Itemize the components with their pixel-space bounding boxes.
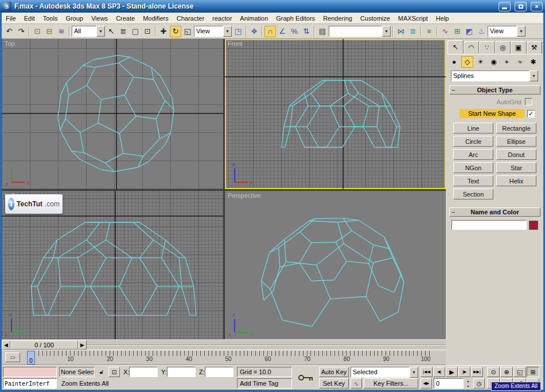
shape-line-button[interactable]: Line xyxy=(453,123,493,134)
go-to-end-button[interactable]: ▶▶| xyxy=(471,367,483,377)
select-and-rotate-button[interactable]: ↻ xyxy=(170,26,181,37)
current-frame-input[interactable] xyxy=(434,378,464,389)
spinner-down-icon[interactable]: ▼ xyxy=(467,383,470,389)
shape-helix-button[interactable]: Helix xyxy=(496,175,536,186)
shape-section-button[interactable]: Section xyxy=(453,189,493,199)
object-color-swatch[interactable] xyxy=(529,221,538,230)
redo-button[interactable]: ↷ xyxy=(15,26,27,37)
object-name-input[interactable] xyxy=(451,220,527,230)
use-pivot-point-center-button[interactable]: ◳ xyxy=(232,26,244,37)
menu-create[interactable]: Create xyxy=(112,13,139,23)
subcategory-lights-button[interactable]: ☀ xyxy=(474,56,486,68)
viewport-label-perspective[interactable]: Perspective xyxy=(228,192,260,199)
track-bar-ruler[interactable]: ▭ 0 0102030405060708090100 xyxy=(2,350,446,365)
tab-motion[interactable]: ◎ xyxy=(495,41,511,54)
time-slider-thumb[interactable]: 0 / 100 xyxy=(10,340,78,350)
bind-to-space-warp-button[interactable]: ≋ xyxy=(56,26,67,37)
menu-reactor[interactable]: reactor xyxy=(208,13,236,23)
subcategory-geometry-button[interactable]: ● xyxy=(448,56,460,68)
unlink-selection-button[interactable]: ⊟ xyxy=(44,26,55,37)
viewport-front[interactable]: Frontzx xyxy=(225,39,446,189)
menu-maxscript[interactable]: MAXScript xyxy=(394,13,432,23)
chevron-down-icon[interactable]: ▼ xyxy=(223,26,232,37)
select-and-manipulate-button[interactable]: ❖ xyxy=(248,26,260,37)
name-color-rollout-header[interactable]: − Name and Color xyxy=(449,207,540,217)
percent-snap-toggle-button[interactable]: % xyxy=(289,26,300,37)
viewport-label-top[interactable]: Top xyxy=(5,40,15,47)
spline-category-dropdown[interactable]: Splines ▼ xyxy=(451,70,538,81)
start-new-shape-checkbox[interactable]: ✓ xyxy=(527,110,535,117)
layer-manager-button[interactable]: ≡ xyxy=(423,26,435,37)
select-and-move-button[interactable]: ✚ xyxy=(158,26,169,37)
menu-character[interactable]: Character xyxy=(173,13,208,23)
select-object-button[interactable]: ↖ xyxy=(106,26,117,37)
tab-modify[interactable]: ◠ xyxy=(464,41,480,54)
menu-views[interactable]: Views xyxy=(87,13,112,23)
key-step-toggle[interactable]: ◀▶ xyxy=(421,378,432,389)
shape-donut-button[interactable]: Donut xyxy=(496,149,536,160)
restore-button[interactable] xyxy=(515,2,527,11)
render-scene-button[interactable]: ♨ xyxy=(476,26,487,37)
minimize-button[interactable] xyxy=(499,2,511,11)
menu-customize[interactable]: Customize xyxy=(356,13,394,23)
previous-frame-button[interactable]: ◀| xyxy=(433,367,445,377)
tab-display[interactable]: ▣ xyxy=(511,41,527,54)
subcategory-shapes-button[interactable]: ◇ xyxy=(461,56,473,68)
viewport-left[interactable]: LeftzxTTechTut.com xyxy=(2,191,223,339)
select-by-name-button[interactable]: ≣ xyxy=(118,26,129,37)
absolute-offset-toggle[interactable]: ⊡ xyxy=(108,367,120,377)
material-editor-button[interactable]: ◩ xyxy=(464,26,475,37)
mirror-button[interactable]: ⋈ xyxy=(395,26,407,37)
y-coordinate-input[interactable] xyxy=(167,367,196,377)
shape-ngon-button[interactable]: NGon xyxy=(453,162,493,173)
time-slider-next-button[interactable]: ▶ xyxy=(78,340,87,350)
chevron-down-icon[interactable]: ▼ xyxy=(410,367,418,378)
time-slider-prev-button[interactable]: ◀ xyxy=(2,340,10,350)
shape-rectangle-button[interactable]: Rectangle xyxy=(496,123,536,134)
menu-edit[interactable]: Edit xyxy=(20,13,39,23)
key-filters-button[interactable]: Key Filters... xyxy=(364,378,418,389)
zoom-button[interactable]: ⊙ xyxy=(487,367,500,377)
subcategory-helpers-button[interactable]: ⌖ xyxy=(501,56,513,68)
zoom-extents-button[interactable]: ◱ xyxy=(513,367,526,377)
autogrid-checkbox[interactable] xyxy=(525,98,532,105)
menu-modifiers[interactable]: Modifiers xyxy=(139,13,173,23)
start-new-shape-button[interactable]: Start New Shape xyxy=(460,109,524,118)
select-and-link-button[interactable]: ⊡ xyxy=(32,26,43,37)
selection-lock-button[interactable]: 🔓︎ xyxy=(96,367,107,377)
subcategory-space-warps-button[interactable]: ≈ xyxy=(514,56,526,68)
zoom-extents-all-button[interactable]: ⊞ xyxy=(527,367,539,377)
shape-text-button[interactable]: Text xyxy=(453,175,493,186)
tab-create[interactable]: ↖ xyxy=(447,40,464,54)
current-frame-field[interactable] xyxy=(434,379,463,388)
x-coordinate-field[interactable] xyxy=(130,367,157,377)
next-frame-button[interactable]: |▶ xyxy=(458,367,470,377)
mini-curve-editor-button[interactable]: ▭ xyxy=(5,352,20,362)
default-in-out-tangent-button[interactable]: ∿ xyxy=(351,378,362,389)
snaps-toggle-button[interactable]: ∩ xyxy=(264,26,276,37)
subcategory-systems-button[interactable]: ✱ xyxy=(527,56,539,68)
window-crossing-button[interactable]: ⊡ xyxy=(142,26,153,37)
reference-coordinate-system-dropdown[interactable]: View▼ xyxy=(194,26,232,37)
chevron-down-icon[interactable]: ▼ xyxy=(96,26,105,37)
render-type-dropdown[interactable]: View▼ xyxy=(488,26,525,37)
spinner-snap-toggle-button[interactable]: ⇅ xyxy=(301,26,312,37)
menu-file[interactable]: File xyxy=(2,13,20,23)
tab-utilities[interactable]: ⚒ xyxy=(527,41,543,54)
named-selection-sets-dropdown[interactable]: ▼ xyxy=(329,26,391,37)
set-keys-button[interactable] xyxy=(294,367,317,389)
go-to-start-button[interactable]: |◀◀ xyxy=(421,367,433,377)
shape-ellipse-button[interactable]: Ellipse xyxy=(496,136,536,147)
add-time-tag[interactable]: Add Time Tag xyxy=(237,378,292,389)
chevron-down-icon[interactable]: ▼ xyxy=(517,26,525,37)
shape-star-button[interactable]: Star xyxy=(496,162,536,173)
select-and-scale-button[interactable]: ◱ xyxy=(182,26,193,37)
viewport-perspective[interactable]: Perspectivezyx xyxy=(225,191,446,339)
close-button[interactable]: × xyxy=(531,2,543,11)
shape-circle-button[interactable]: Circle xyxy=(453,136,493,147)
menu-tools[interactable]: Tools xyxy=(39,13,62,23)
object-name-field[interactable] xyxy=(452,221,526,229)
menu-group[interactable]: Group xyxy=(61,13,87,23)
z-coordinate-input[interactable] xyxy=(205,367,233,377)
x-coordinate-input[interactable] xyxy=(129,367,158,377)
